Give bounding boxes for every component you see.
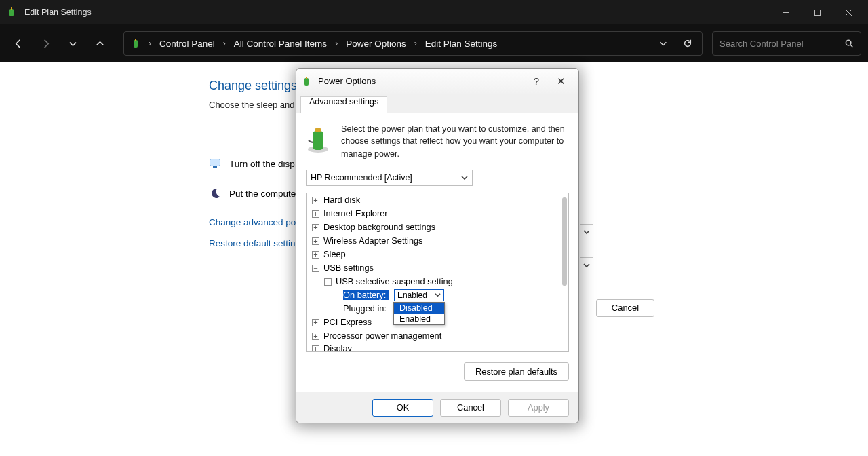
expand-icon[interactable]: + xyxy=(312,210,319,218)
tab-advanced-settings[interactable]: Advanced settings xyxy=(300,96,387,113)
address-bar[interactable]: › Control Panel › All Control Panel Item… xyxy=(123,31,703,56)
plugged-in-label: Plugged in: xyxy=(343,303,387,314)
svg-rect-1 xyxy=(11,7,12,10)
close-button[interactable] xyxy=(833,0,864,24)
address-icon xyxy=(131,38,142,49)
svg-rect-7 xyxy=(135,39,136,41)
dialog-title: Power Options xyxy=(318,76,524,86)
expand-icon[interactable]: + xyxy=(312,197,319,204)
on-battery-value: Enabled xyxy=(397,288,427,302)
link-advanced[interactable]: Change advanced po xyxy=(209,217,297,227)
window-title: Edit Plan Settings xyxy=(24,7,92,17)
tree-item-on-battery[interactable]: On battery: Enabled xyxy=(307,288,568,302)
expand-icon[interactable]: + xyxy=(312,224,319,231)
settings-tree[interactable]: +Hard disk +Internet Explorer +Desktop b… xyxy=(306,193,569,352)
expand-icon[interactable]: + xyxy=(312,319,319,326)
battery-large-icon xyxy=(306,126,330,155)
plan-value: HP Recommended [Active] xyxy=(311,173,412,183)
minimize-button[interactable] xyxy=(770,0,802,24)
breadcrumb-item[interactable]: All Control Panel Items xyxy=(233,37,328,50)
page-cancel-button[interactable]: Cancel xyxy=(596,299,654,317)
ok-button[interactable]: OK xyxy=(372,399,433,417)
tree-item[interactable]: +Desktop background settings xyxy=(307,221,568,234)
chevron-right-icon: › xyxy=(146,39,154,48)
tree-item[interactable]: +Hard disk xyxy=(307,193,568,207)
moon-icon xyxy=(209,187,221,200)
page-heading: Change settings xyxy=(209,79,297,93)
plan-combobox[interactable]: HP Recommended [Active] xyxy=(306,170,473,186)
chevron-right-icon: › xyxy=(412,39,420,48)
cancel-button[interactable]: Cancel xyxy=(440,399,501,417)
chevron-down-icon xyxy=(461,174,468,181)
tree-item[interactable]: +Wireless Adapter Settings xyxy=(307,234,568,248)
maximize-button[interactable] xyxy=(802,0,833,24)
refresh-button[interactable] xyxy=(677,35,698,52)
tree-item[interactable]: +Sleep xyxy=(307,248,568,261)
dropdown-option-enabled[interactable]: Enabled xyxy=(394,314,444,324)
svg-rect-10 xyxy=(210,159,220,166)
nav-recent-button[interactable] xyxy=(61,32,84,55)
page-subtitle: Choose the sleep and xyxy=(209,100,297,110)
svg-rect-13 xyxy=(306,77,307,79)
dialog-footer: OK Cancel Apply xyxy=(296,392,578,423)
battery-icon xyxy=(302,76,313,87)
nav-forward-button[interactable] xyxy=(34,32,57,55)
tree-item-usb-settings[interactable]: −USB settings xyxy=(307,261,568,275)
search-icon xyxy=(844,39,854,48)
nav-up-button[interactable] xyxy=(88,32,111,55)
search-input[interactable] xyxy=(719,39,844,49)
tree-item-usb-selective[interactable]: −USB selective suspend setting xyxy=(307,275,568,288)
row-label: Put the compute xyxy=(229,189,296,199)
collapse-icon[interactable]: − xyxy=(324,278,332,286)
apply-button[interactable]: Apply xyxy=(508,399,569,417)
tree-item[interactable]: +Display xyxy=(307,342,568,352)
collapse-icon[interactable]: − xyxy=(312,265,319,272)
dialog-explain: Select the power plan that you want to c… xyxy=(306,123,569,160)
dialog-help-button[interactable]: ? xyxy=(524,73,549,90)
row-put-to-sleep: Put the compute xyxy=(209,187,297,200)
power-options-dialog: Power Options ? ✕ Advanced settings Sele… xyxy=(296,68,579,423)
breadcrumb-item[interactable]: Control Panel xyxy=(158,37,216,50)
svg-rect-16 xyxy=(315,128,321,132)
svg-rect-6 xyxy=(134,40,138,48)
address-history-button[interactable] xyxy=(653,35,673,52)
dialog-titlebar: Power Options ? ✕ xyxy=(296,69,578,94)
svg-rect-0 xyxy=(9,9,14,16)
svg-point-8 xyxy=(846,40,851,45)
dialog-tabstrip: Advanced settings xyxy=(296,94,578,113)
dialog-explain-text: Select the power plan that you want to c… xyxy=(341,123,569,160)
svg-rect-3 xyxy=(814,10,820,15)
app-icon xyxy=(7,7,18,18)
on-battery-combobox[interactable]: Enabled xyxy=(394,289,444,301)
restore-plan-defaults-button[interactable]: Restore plan defaults xyxy=(464,362,569,381)
expand-icon[interactable]: + xyxy=(312,345,319,352)
on-battery-dropdown[interactable]: Disabled Enabled xyxy=(393,302,445,325)
chevron-down-icon xyxy=(435,292,441,298)
search-box[interactable] xyxy=(712,31,861,56)
on-battery-label: On battery: xyxy=(343,290,389,300)
svg-rect-11 xyxy=(213,166,217,168)
tree-item[interactable]: +Internet Explorer xyxy=(307,207,568,221)
breadcrumb-item[interactable]: Edit Plan Settings xyxy=(424,37,499,50)
expand-icon[interactable]: + xyxy=(312,332,319,340)
svg-rect-12 xyxy=(304,78,309,86)
expand-icon[interactable]: + xyxy=(312,251,319,259)
nav-back-button[interactable] xyxy=(7,32,30,55)
row-turn-off-display: Turn off the disp xyxy=(209,157,297,170)
svg-line-9 xyxy=(850,45,852,47)
dialog-close-button[interactable]: ✕ xyxy=(549,73,573,90)
tree-scrollbar[interactable] xyxy=(562,197,567,286)
nav-toolbar: › Control Panel › All Control Panel Item… xyxy=(0,24,868,62)
expand-icon[interactable]: + xyxy=(312,238,319,245)
dialog-under-row: Restore plan defaults xyxy=(296,356,578,381)
link-restore[interactable]: Restore default settin xyxy=(209,238,297,248)
tree-item[interactable]: +Processor power management xyxy=(307,329,568,343)
monitor-icon xyxy=(209,157,221,170)
svg-rect-15 xyxy=(313,131,323,150)
chevron-right-icon: › xyxy=(220,39,229,48)
chevron-right-icon: › xyxy=(332,39,340,48)
breadcrumb-item[interactable]: Power Options xyxy=(344,37,408,50)
window-titlebar: Edit Plan Settings xyxy=(0,0,868,24)
row-label: Turn off the disp xyxy=(229,159,295,169)
dropdown-option-disabled[interactable]: Disabled xyxy=(394,303,444,314)
